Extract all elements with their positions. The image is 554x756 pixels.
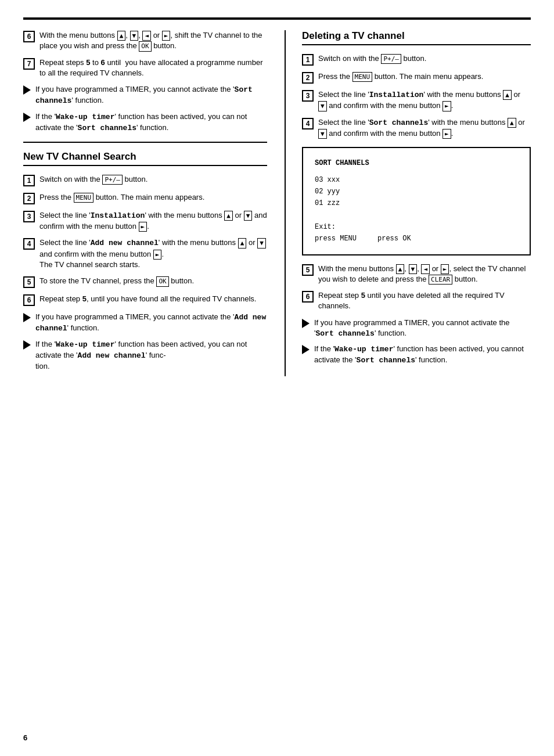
key-right: ► — [162, 31, 171, 41]
right-step-2: 2 Press the MENU button. The main menu a… — [302, 71, 531, 84]
screen-footer: Exit:press MENU press OK — [315, 221, 518, 245]
right-step-5: 5 With the menu buttons ▲, ▼, ◄ or ►, se… — [302, 264, 531, 285]
key-ok: OK — [139, 41, 151, 51]
right-step-text-1: Switch on with the P+/– button. — [318, 53, 531, 64]
step-num-7: 7 — [23, 58, 35, 70]
page: 6 With the menu buttons ▲, ▼, ◄ or ►, sh… — [0, 0, 554, 756]
arrow-icon-l2 — [23, 340, 31, 350]
left-step-1: 1 Switch on with the P+/– button. — [23, 174, 267, 186]
right-step-6: 6 Repeat step 5 until you have deleted a… — [302, 290, 531, 311]
right-step-text-6: Repeat step 5 until you have deleted all… — [318, 290, 531, 311]
left-step-num-4: 4 — [23, 238, 35, 250]
code-add-new-channel-note2: Add new channel — [78, 351, 146, 360]
key-down: ▼ — [130, 31, 139, 41]
left-step-num-6: 6 — [23, 294, 35, 306]
screen-line-3: 01 zzz — [315, 197, 518, 209]
arrow-icon-2 — [23, 113, 31, 122]
key-up-r3: ▲ — [503, 90, 512, 100]
step-text-7: Repeat steps 5 to 6 until you have alloc… — [39, 57, 267, 78]
key-down-l3: ▼ — [244, 211, 253, 221]
left-step-num-5: 5 — [23, 276, 35, 288]
right-step-text-4: Select the line 'Sort channels' with the… — [318, 117, 531, 139]
key-left-r5: ◄ — [421, 264, 430, 274]
screen-title: SORT CHANNELS — [315, 157, 518, 169]
key-up-r5: ▲ — [396, 264, 405, 274]
left-step-text-1: Switch on with the P+/– button. — [39, 174, 267, 185]
key-right-r3: ► — [443, 101, 451, 111]
screen-box: SORT CHANNELS 03 xxx 02 yyy 01 zzz Exit:… — [302, 147, 531, 255]
right-note-2: If the 'Wake-up timer' function has been… — [302, 344, 531, 366]
left-note-2: If the 'Wake-up timer' function has been… — [23, 339, 267, 372]
left-step-5: 5 To store the TV channel, press the OK … — [23, 276, 267, 288]
key-left: ◄ — [142, 31, 151, 41]
left-step-2: 2 Press the MENU button. The main menu a… — [23, 192, 267, 204]
code-add-new-channel-note1: Add new channel — [35, 313, 266, 333]
section-divider — [23, 142, 267, 143]
arrow-icon-r2 — [302, 345, 310, 354]
key-up: ▲ — [117, 31, 126, 41]
right-step-num-5: 5 — [302, 264, 314, 276]
key-p-plus-minus-l1: P+/– — [102, 175, 123, 185]
key-p-plus-minus-r1: P+/– — [381, 54, 401, 64]
key-down-r5: ▼ — [409, 264, 418, 274]
code-sort-channels-2: Sort channels — [78, 124, 136, 132]
right-section-title: Deleting a TV channel — [302, 30, 531, 45]
key-right-r4: ► — [443, 129, 451, 139]
key-up-l3: ▲ — [224, 211, 233, 221]
left-step-4: 4 Select the line 'Add new channel' with… — [23, 237, 267, 270]
screen-line-1: 03 xxx — [315, 174, 518, 186]
key-right-r5: ► — [441, 264, 449, 274]
right-column: Deleting a TV channel 1 Switch on with t… — [285, 30, 531, 376]
code-sort-channels-rn2: Sort channels — [357, 356, 415, 365]
arrow-icon-r1 — [302, 319, 310, 328]
note-text-top-2: If the 'Wake-up timer' function has been… — [35, 111, 267, 134]
left-step-num-2: 2 — [23, 193, 35, 204]
right-step-text-2: Press the MENU button. The main menu app… — [318, 71, 531, 82]
key-up-l4: ▲ — [238, 238, 247, 248]
step-7-cont: 7 Repeat steps 5 to 6 until you have all… — [23, 57, 267, 78]
key-right-l4: ► — [153, 250, 162, 260]
right-step-text-3: Select the line 'Installation' with the … — [318, 89, 531, 111]
right-step-num-3: 3 — [302, 90, 314, 102]
key-menu-r2: MENU — [352, 72, 373, 82]
right-step-1: 1 Switch on with the P+/– button. — [302, 53, 531, 66]
left-step-text-5: To store the TV channel, press the OK bu… — [39, 276, 267, 286]
left-section-title: New TV Channel Search — [23, 151, 267, 166]
left-step-num-3: 3 — [23, 211, 35, 222]
code-installation-l: Installation — [91, 211, 145, 220]
key-down-r3: ▼ — [318, 101, 327, 111]
code-sort-channels-r4: Sort channels — [369, 118, 428, 127]
left-step-num-1: 1 — [23, 175, 35, 186]
left-step-text-3: Select the line 'Installation' with the … — [39, 210, 267, 232]
right-note-text-1: If you have programmed a TIMER, you cann… — [314, 318, 531, 339]
left-step-text-2: Press the MENU button. The main menu app… — [39, 192, 267, 203]
right-note-text-2: If the 'Wake-up timer' function has been… — [314, 344, 531, 366]
code-sort-channels-rn1: Sort channels — [315, 329, 374, 338]
right-step-3: 3 Select the line 'Installation' with th… — [302, 89, 531, 111]
right-step-num-6: 6 — [302, 291, 314, 303]
code-wakeup-l2: Wake-up timer — [56, 340, 114, 349]
code-wakeup-1: Wake-up timer — [56, 113, 114, 121]
top-border — [23, 17, 531, 20]
left-note-text-1: If you have programmed a TIMER, you cann… — [35, 312, 267, 334]
key-right-l3: ► — [139, 222, 148, 232]
note-top-2: If the 'Wake-up timer' function has been… — [23, 111, 267, 134]
code-sort-channels-1: Sort channels — [35, 85, 253, 105]
key-down-r4: ▼ — [318, 129, 327, 139]
key-up-r4: ▲ — [508, 118, 516, 128]
code-installation-r: Installation — [369, 91, 424, 99]
note-top-1: If you have programmed a TIMER, you cann… — [23, 84, 267, 106]
right-step-num-4: 4 — [302, 118, 314, 129]
main-content: 6 With the menu buttons ▲, ▼, ◄ or ►, sh… — [23, 30, 531, 376]
left-step-text-4: Select the line 'Add new channel' with t… — [39, 237, 267, 270]
right-step-text-5: With the menu buttons ▲, ▼, ◄ or ►, sele… — [318, 264, 531, 285]
left-note-1: If you have programmed a TIMER, you cann… — [23, 312, 267, 334]
code-wakeup-r2: Wake-up timer — [334, 345, 393, 354]
step-num-6: 6 — [23, 31, 35, 42]
right-step-4: 4 Select the line 'Sort channels' with t… — [302, 117, 531, 139]
page-number: 6 — [23, 733, 27, 742]
note-text-top-1: If you have programmed a TIMER, you cann… — [35, 84, 267, 106]
right-step-num-1: 1 — [302, 54, 314, 66]
left-step-3: 3 Select the line 'Installation' with th… — [23, 210, 267, 232]
right-note-1: If you have programmed a TIMER, you cann… — [302, 318, 531, 339]
